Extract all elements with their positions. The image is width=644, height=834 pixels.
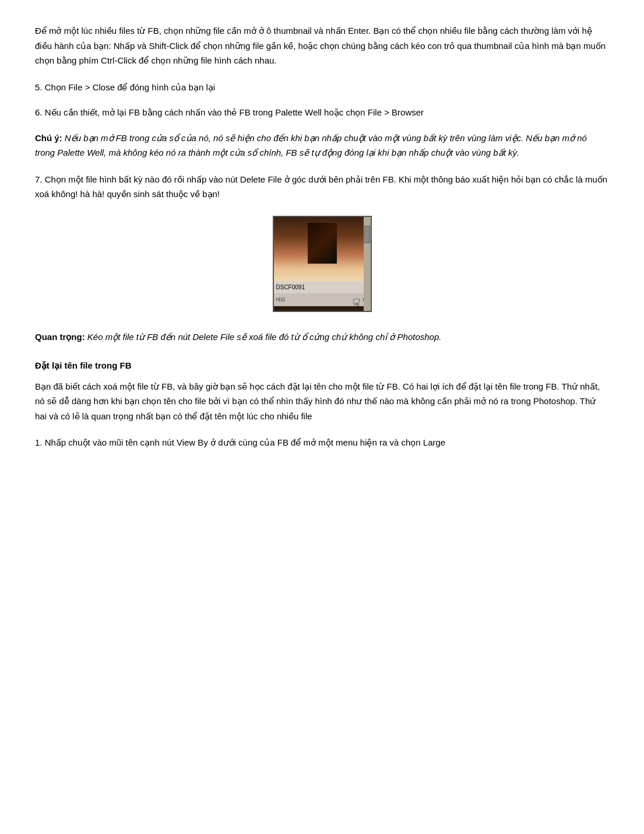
fb-controls-text: n(s) <box>276 295 286 304</box>
important-block: Quan trọng: Kéo một file từ FB đến nút D… <box>35 330 609 345</box>
thumbnail-photo <box>274 217 371 281</box>
step6-line: 6. Nếu cần thiết, mở lại FB bằng cách nh… <box>35 105 609 120</box>
important-italic-text: Kéo một file từ FB đến nút Delete File s… <box>87 332 442 342</box>
image-container: DSCF0091 n(s) ( * ☟ <box>35 216 609 312</box>
section-heading-text: Đặt lại tên file trong FB <box>35 360 132 370</box>
intro-text: Để mở một lúc nhiều files từ FB, chọn nh… <box>35 26 606 65</box>
fb-label-bar: DSCF0091 <box>274 281 371 293</box>
step5-text: 5. Chọn File > Close để đóng hình của bạ… <box>35 82 215 92</box>
section-heading: Đặt lại tên file trong FB <box>35 358 609 373</box>
step7-line: 7. Chọn một file hình bất kỳ nào đó rồi … <box>35 172 609 202</box>
image-filename: DSCF0091 <box>276 282 305 292</box>
step5-line: 5. Chọn File > Close để đóng hình của bạ… <box>35 80 609 95</box>
note-label: Chú ý: <box>35 133 62 143</box>
fb-scrollbar[interactable] <box>364 217 371 311</box>
step1-rename-text: 1. Nhấp chuột vào mũi tên cạnh nút View … <box>35 437 445 447</box>
intro-paragraph: Để mở một lúc nhiều files từ FB, chọn nh… <box>35 23 609 68</box>
step7-text: 7. Chọn một file hình bất kỳ nào đó rồi … <box>35 174 607 199</box>
step1-rename-line: 1. Nhấp chuột vào mũi tên cạnh nút View … <box>35 435 609 450</box>
fb-scrollbar-thumb <box>364 226 370 243</box>
page-content: Để mở một lúc nhiều files từ FB, chọn nh… <box>35 23 609 450</box>
important-label: Quan trọng: <box>35 332 85 342</box>
fb-browser-thumbnail: DSCF0091 n(s) ( * ☟ <box>273 216 372 312</box>
step6-text: 6. Nếu cần thiết, mở lại FB bằng cách nh… <box>35 107 424 117</box>
note-body: Nếu bạn mở FB trong cửa sổ của nó, nó sẽ… <box>35 133 587 158</box>
cursor-hand-icon: ☟ <box>353 293 360 314</box>
section-paragraph-text: Bạn đã biết cách xoá một file từ FB, và … <box>35 381 600 421</box>
section-paragraph: Bạn đã biết cách xoá một file từ FB, và … <box>35 379 609 424</box>
note-block: Chú ý: Nếu bạn mở FB trong cửa sổ của nó… <box>35 131 609 160</box>
